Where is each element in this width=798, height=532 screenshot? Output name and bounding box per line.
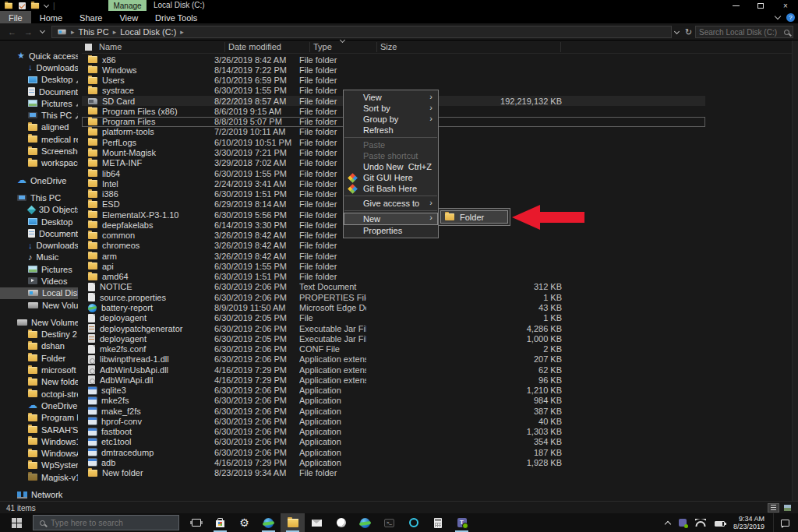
taskbar-button-mail[interactable] [305, 513, 329, 532]
table-row[interactable]: New folder8/23/2019 9:34 AMFile folder [82, 468, 705, 478]
taskbar-button-edge-browser[interactable] [353, 513, 377, 532]
table-row[interactable]: AdbWinApi.dll4/16/2019 7:29 PMApplicatio… [82, 375, 705, 385]
sidebar-item-new-folder[interactable]: New folder [0, 376, 78, 388]
recent-locations-chevron[interactable] [40, 28, 45, 33]
taskbar-button-microsoft-store[interactable] [208, 513, 232, 532]
help-icon[interactable]: ? [786, 13, 795, 22]
sidebar-item-new-volume-d[interactable]: New Volume (D:) [0, 316, 78, 328]
column-header-size[interactable]: Size [380, 42, 397, 51]
sidebar-item-workspace[interactable]: workspace [0, 157, 78, 169]
taskbar-button-settings[interactable]: ⚙ [232, 513, 256, 532]
sidebar-item-microsoft[interactable]: microsoft [0, 364, 78, 375]
breadcrumb-this-pc[interactable]: This PC [79, 27, 109, 37]
table-row[interactable]: NOTICE6/30/2019 2:06 PMText Document312 … [82, 282, 705, 292]
ribbon-tab-home[interactable]: Home [31, 11, 71, 23]
sidebar-item-pictures[interactable]: Pictures [0, 97, 78, 109]
explorer-search-box[interactable] [695, 26, 793, 38]
sidebar-item-quick-access[interactable]: ★Quick access [0, 50, 78, 62]
table-row[interactable]: AdbWinUsbApi.dll4/16/2019 7:29 PMApplica… [82, 365, 705, 375]
address-dropdown-chevron[interactable] [674, 29, 680, 34]
column-divider[interactable] [224, 42, 225, 52]
table-row[interactable]: adb4/16/2019 7:29 PMApplication1,928 KB [82, 457, 705, 467]
ribbon-tab-drive-tools[interactable]: Drive Tools [147, 11, 206, 23]
table-row[interactable]: sqlite36/30/2019 2:06 PMApplication1,210… [82, 386, 705, 396]
ribbon-tab-file[interactable]: File [0, 11, 31, 23]
context-menu-item-undo-new[interactable]: Undo NewCtrl+Z [344, 161, 438, 172]
sidebar-item-downloads[interactable]: ↓Downloads [0, 62, 78, 73]
table-row[interactable]: arm3/26/2019 8:42 AMFile folder [82, 251, 705, 261]
customize-qat-chevron[interactable] [44, 2, 49, 7]
taskbar-search-box[interactable] [33, 515, 179, 530]
sidebar-item-dshan[interactable]: dshan [0, 340, 78, 352]
sidebar-item-windows10upgrade[interactable]: Windows10Upgrade [0, 435, 78, 447]
table-row[interactable]: deployagent6/30/2019 2:05 PMFile1 KB [82, 313, 705, 323]
sidebar-item-destiny-2[interactable]: Destiny 2 [0, 329, 78, 340]
properties-icon[interactable] [19, 2, 26, 9]
table-row[interactable]: fastboot6/30/2019 2:06 PMApplication1,30… [82, 427, 705, 437]
column-divider[interactable] [309, 42, 310, 52]
close-button[interactable]: × [773, 0, 798, 11]
table-row[interactable]: api6/30/2019 1:55 PMFile folder [82, 261, 705, 271]
table-row[interactable]: chromeos3/26/2019 8:42 AMFile folder [82, 241, 705, 251]
taskbar-button-file-explorer[interactable] [281, 513, 305, 532]
column-divider[interactable] [376, 42, 377, 52]
sidebar-item-program-files[interactable]: Program Files [0, 412, 78, 424]
new-folder-icon[interactable] [31, 2, 39, 9]
table-row[interactable]: Windows8/14/2019 7:22 PMFile folder [82, 65, 705, 75]
context-menu-item-view[interactable]: View› [344, 92, 438, 103]
sidebar-item-music[interactable]: ♪Music [0, 252, 78, 263]
search-input[interactable] [699, 28, 784, 37]
submenu-item-folder[interactable]: Folder [440, 210, 508, 224]
tray-teams-tray[interactable] [679, 516, 687, 530]
details-view-button[interactable] [768, 503, 779, 513]
forward-button[interactable]: → [24, 27, 33, 37]
sidebar-item-windowsapps[interactable]: WindowsApps [0, 448, 78, 460]
context-menu-item-sort-by[interactable]: Sort by› [344, 103, 438, 114]
sidebar-item-aligned[interactable]: aligned [0, 122, 78, 133]
sidebar-item-wpsystem[interactable]: WpSystem [0, 460, 78, 471]
context-menu-item-git-gui-here[interactable]: Git GUI Here [344, 172, 438, 183]
context-menu-item-group-by[interactable]: Group by› [344, 114, 438, 125]
sidebar-item-new-volume-d[interactable]: New Volume (D:) [0, 299, 78, 311]
sidebar-item-documents[interactable]: Documents [0, 227, 78, 239]
tray-battery[interactable] [715, 516, 725, 530]
manage-contextual-tab[interactable]: Manage [108, 0, 147, 11]
table-row[interactable]: dmtracedump6/30/2019 2:06 PMApplication1… [82, 447, 705, 457]
taskbar-clock[interactable]: 9:34 AM 8/23/2019 [733, 515, 764, 530]
breadcrumb-local-disk[interactable]: Local Disk (C:) [120, 27, 176, 37]
minimize-button[interactable] [723, 0, 748, 11]
table-row[interactable]: mke2fs.conf6/30/2019 2:06 PMCONF File2 K… [82, 344, 705, 354]
column-header-name[interactable]: Name [99, 42, 122, 51]
taskbar-button-teams[interactable]: T [450, 513, 474, 532]
column-divider[interactable] [560, 42, 561, 52]
taskbar-search-input[interactable] [51, 518, 172, 527]
sidebar-item-desktop[interactable]: Desktop [0, 74, 78, 86]
sidebar-item-downloads[interactable]: ↓Downloads [0, 239, 78, 251]
sidebar-item-3d-objects[interactable]: 3D Objects [0, 204, 78, 216]
refresh-icon[interactable]: ↻ [685, 27, 692, 37]
collapse-ribbon-chevron-icon[interactable] [775, 12, 781, 19]
sidebar-item-onedrive[interactable]: ☁OneDrive [0, 174, 78, 186]
sidebar-item-sarah-s-usb[interactable]: SARAH'S USB [0, 424, 78, 435]
column-header-date-modified[interactable]: Date modified [228, 42, 281, 51]
column-header-type[interactable]: Type [313, 42, 332, 51]
vertical-scrollbar[interactable] [792, 41, 798, 501]
sidebar-item-magisk-v18-0[interactable]: Magisk-v18.0 [0, 471, 78, 483]
taskbar-button-xbox[interactable] [329, 513, 353, 532]
context-menu-item-refresh[interactable]: Refresh [344, 125, 438, 136]
taskbar-button-command-prompt[interactable]: >_ [377, 513, 401, 532]
sidebar-item-local-disk-c[interactable]: Local Disk (C:) [0, 287, 78, 299]
sidebar-item-documents[interactable]: Documents [0, 86, 78, 97]
table-row[interactable]: battery-report8/9/2019 11:50 AMMicrosoft… [82, 302, 705, 312]
taskbar-button-cortana[interactable] [401, 513, 425, 532]
table-row[interactable]: source.properties6/30/2019 2:06 PMPROPER… [82, 292, 705, 302]
table-row[interactable]: etc1tool6/30/2019 2:06 PMApplication354 … [82, 437, 705, 447]
sidebar-item-desktop[interactable]: Desktop [0, 216, 78, 227]
table-row[interactable]: Users6/10/2019 6:59 PMFile folder [82, 76, 705, 86]
table-row[interactable]: make_f2fs6/30/2019 2:06 PMApplication387… [82, 406, 705, 416]
context-menu-item-git-bash-here[interactable]: Git Bash Here [344, 183, 438, 194]
sidebar-item-onedrive[interactable]: ☁OneDrive [0, 400, 78, 411]
select-all-checkbox[interactable] [85, 44, 92, 51]
start-button[interactable] [0, 513, 33, 532]
sidebar-item-this-pc[interactable]: This PC [0, 192, 78, 203]
